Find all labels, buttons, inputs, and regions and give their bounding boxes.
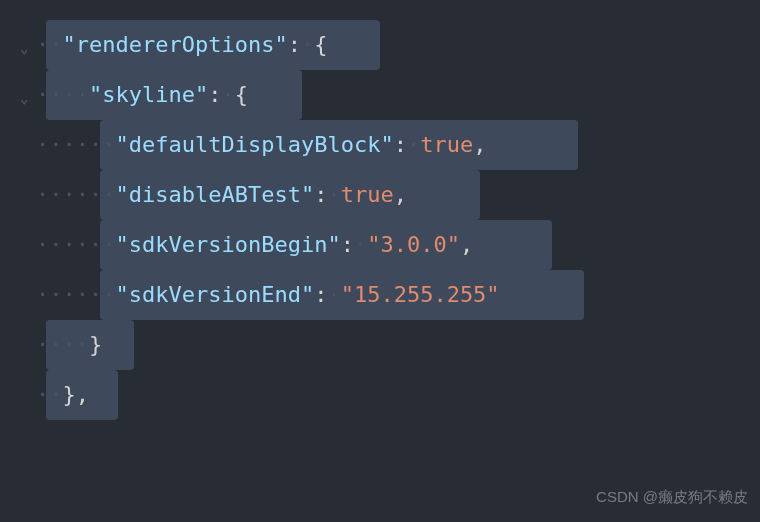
- code-editor[interactable]: ··"rendererOptions":·{ ····"skyline":·{ …: [36, 20, 760, 420]
- json-boolean: true: [341, 182, 394, 207]
- whitespace: ··: [36, 382, 63, 407]
- whitespace: ·: [327, 182, 340, 207]
- brace-close: }: [89, 332, 102, 357]
- colon: :: [314, 182, 327, 207]
- comma: ,: [460, 232, 473, 257]
- json-key: "sdkVersionBegin": [115, 232, 340, 257]
- whitespace: ····: [36, 82, 89, 107]
- colon: :: [288, 32, 301, 57]
- brace-close: }: [63, 382, 76, 407]
- whitespace: ·: [407, 132, 420, 157]
- json-key: "sdkVersionEnd": [115, 282, 314, 307]
- whitespace: ······: [36, 182, 115, 207]
- json-key: "disableABTest": [115, 182, 314, 207]
- watermark-text: CSDN @癞皮狗不赖皮: [596, 480, 748, 515]
- code-line[interactable]: ······"sdkVersionEnd":·"15.255.255": [36, 270, 760, 320]
- whitespace: ··: [36, 32, 63, 57]
- colon: :: [208, 82, 221, 107]
- json-key: "defaultDisplayBlock": [115, 132, 393, 157]
- whitespace: ····: [36, 332, 89, 357]
- whitespace: ······: [36, 132, 115, 157]
- fold-chevron-icon[interactable]: ⌄: [20, 32, 28, 64]
- code-line[interactable]: ··"rendererOptions":·{: [36, 20, 760, 70]
- json-key: "skyline": [89, 82, 208, 107]
- colon: :: [341, 232, 354, 257]
- whitespace: ······: [36, 282, 115, 307]
- colon: :: [394, 132, 407, 157]
- brace-open: {: [235, 82, 248, 107]
- code-line[interactable]: ····}: [36, 320, 760, 370]
- code-line[interactable]: ······"sdkVersionBegin":·"3.0.0",: [36, 220, 760, 270]
- brace-open: {: [314, 32, 327, 57]
- json-key: "rendererOptions": [63, 32, 288, 57]
- json-boolean: true: [420, 132, 473, 157]
- whitespace: ·: [327, 282, 340, 307]
- comma: ,: [394, 182, 407, 207]
- colon: :: [314, 282, 327, 307]
- whitespace: ·: [354, 232, 367, 257]
- whitespace: ······: [36, 232, 115, 257]
- code-line[interactable]: ······"disableABTest":·true,: [36, 170, 760, 220]
- json-string: "15.255.255": [341, 282, 500, 307]
- comma: ,: [473, 132, 486, 157]
- whitespace: ·: [221, 82, 234, 107]
- code-line[interactable]: ······"defaultDisplayBlock":·true,: [36, 120, 760, 170]
- json-string: "3.0.0": [367, 232, 460, 257]
- fold-chevron-icon[interactable]: ⌄: [20, 82, 28, 114]
- whitespace: ·: [301, 32, 314, 57]
- comma: ,: [76, 382, 89, 407]
- code-line[interactable]: ··},: [36, 370, 760, 420]
- code-line[interactable]: ····"skyline":·{: [36, 70, 760, 120]
